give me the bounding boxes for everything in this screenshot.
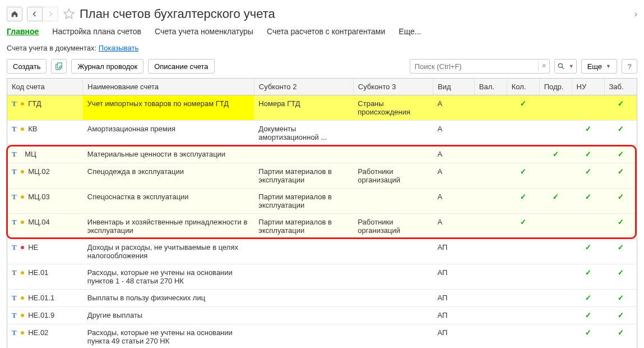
col-header[interactable]: Вал. xyxy=(474,79,507,95)
t-icon: T xyxy=(12,193,20,202)
col-header[interactable]: Субконто 2 xyxy=(254,79,353,95)
table-row[interactable]: T НЕ.01.1Выплаты в пользу физических лиц… xyxy=(7,290,637,307)
table-row[interactable]: T МЦМатериальные ценности в эксплуатации… xyxy=(7,146,637,163)
create-button[interactable]: Создать xyxy=(7,59,47,74)
table-row[interactable]: T МЦ.02Спецодежда в эксплуатацииПартии м… xyxy=(7,163,637,189)
check-icon: ✓ xyxy=(585,294,591,302)
table-row[interactable]: T НЕ.01Расходы, которые не учтены на осн… xyxy=(7,264,637,290)
check-icon: ✓ xyxy=(618,218,624,226)
col-header[interactable]: Код счета xyxy=(7,79,83,95)
check-icon: ✓ xyxy=(585,328,591,337)
search-clear-button[interactable]: × xyxy=(538,61,546,70)
home-button[interactable] xyxy=(7,7,22,21)
check-icon: ✓ xyxy=(618,294,624,302)
search-icon xyxy=(557,62,565,70)
t-icon: T xyxy=(12,328,20,337)
journal-button[interactable]: Журнал проводок xyxy=(71,59,143,74)
more-button[interactable]: Еще▼ xyxy=(581,59,617,74)
home-icon xyxy=(11,10,18,18)
check-icon: ✓ xyxy=(585,150,591,158)
t-icon: T xyxy=(12,243,20,252)
col-header[interactable]: Кол. xyxy=(507,79,539,95)
chevron-down-icon: ▼ xyxy=(606,63,611,69)
check-icon: ✓ xyxy=(585,268,591,277)
tab-4[interactable]: Еще... xyxy=(399,27,421,36)
search-input[interactable] xyxy=(410,59,550,74)
copy-add-icon xyxy=(54,62,63,71)
t-icon: T xyxy=(12,150,20,159)
copy-button[interactable] xyxy=(51,59,67,74)
table-row[interactable]: T НЕДоходы и расходы, не учитываемые в ц… xyxy=(7,239,637,264)
t-icon: T xyxy=(12,294,20,303)
table-row[interactable]: T НЕ.02Расходы, которые не учтены на осн… xyxy=(7,324,637,349)
tab-2[interactable]: Счета учета номенклатуры xyxy=(155,27,253,36)
check-icon: ✓ xyxy=(618,125,624,133)
description-button[interactable]: Описание счета xyxy=(148,59,214,74)
tab-3[interactable]: Счета расчетов с контрагентами xyxy=(267,27,385,36)
check-icon: ✓ xyxy=(618,268,624,277)
table-row[interactable]: T МЦ.04Инвентарь и хозяйственные принадл… xyxy=(7,214,637,239)
check-icon: ✓ xyxy=(618,193,624,201)
expand-button[interactable]: › xyxy=(634,9,637,19)
check-icon: ✓ xyxy=(618,243,624,251)
docline-prefix: Счета учета в документах: xyxy=(7,44,99,52)
table-row[interactable]: T КВАмортизационная премияДокументы амор… xyxy=(7,121,637,146)
col-header[interactable]: НУ xyxy=(572,79,604,95)
back-button[interactable] xyxy=(27,7,43,21)
check-icon: ✓ xyxy=(553,150,559,158)
t-icon: T xyxy=(12,125,20,134)
tab-1[interactable]: Настройка плана счетов xyxy=(52,27,141,36)
col-header[interactable]: Вид xyxy=(433,79,475,95)
docline-link[interactable]: Показывать xyxy=(99,44,138,52)
forward-button xyxy=(43,7,58,21)
col-header[interactable]: Заб. xyxy=(604,79,637,95)
table-row[interactable]: T МЦ.03Спецоснастка в эксплуатацииПартии… xyxy=(7,189,637,214)
check-icon: ✓ xyxy=(585,167,591,176)
arrow-left-icon xyxy=(31,11,38,17)
check-icon: ✓ xyxy=(520,218,526,226)
table-row[interactable]: T ГТДУчет импортных товаров по номерам Г… xyxy=(7,95,637,121)
col-header[interactable]: Подр. xyxy=(539,79,572,95)
page-title: План счетов бухгалтерского учета xyxy=(80,7,275,21)
arrow-right-icon xyxy=(47,11,54,17)
accounts-table: Код счетаНаименование счетаСубконто 2Суб… xyxy=(7,79,637,348)
check-icon: ✓ xyxy=(618,99,624,108)
check-icon: ✓ xyxy=(520,193,526,201)
chevron-down-icon: ▼ xyxy=(569,63,574,69)
tab-0[interactable]: Главное xyxy=(7,27,39,36)
help-button[interactable]: ? xyxy=(622,59,637,74)
check-icon: ✓ xyxy=(585,193,591,201)
check-icon: ✓ xyxy=(585,125,591,133)
check-icon: ✓ xyxy=(618,311,624,319)
check-icon: ✓ xyxy=(618,167,624,176)
check-icon: ✓ xyxy=(520,167,526,176)
docline: Счета учета в документах: Показывать xyxy=(7,44,637,52)
t-icon: T xyxy=(12,167,20,176)
col-header[interactable]: Субконто 3 xyxy=(353,79,433,95)
check-icon: ✓ xyxy=(520,99,526,108)
help-icon: ? xyxy=(627,62,631,71)
table-row[interactable]: T НЕ.01.9Другие выплатыАП✓✓ xyxy=(7,307,637,324)
check-icon: ✓ xyxy=(553,193,559,201)
search-button[interactable]: ▼ xyxy=(554,59,577,74)
check-icon: ✓ xyxy=(618,328,624,337)
t-icon: T xyxy=(12,99,20,108)
t-icon: T xyxy=(12,268,20,277)
t-icon: T xyxy=(12,311,20,320)
check-icon: ✓ xyxy=(585,243,591,251)
t-icon: T xyxy=(12,218,20,227)
tab-bar: ГлавноеНастройка плана счетовСчета учета… xyxy=(7,27,637,36)
svg-point-3 xyxy=(558,63,562,67)
check-icon: ✓ xyxy=(585,311,591,319)
col-header[interactable]: Наименование счета xyxy=(83,79,254,95)
favorite-star-icon[interactable] xyxy=(63,8,75,20)
check-icon: ✓ xyxy=(618,150,624,158)
